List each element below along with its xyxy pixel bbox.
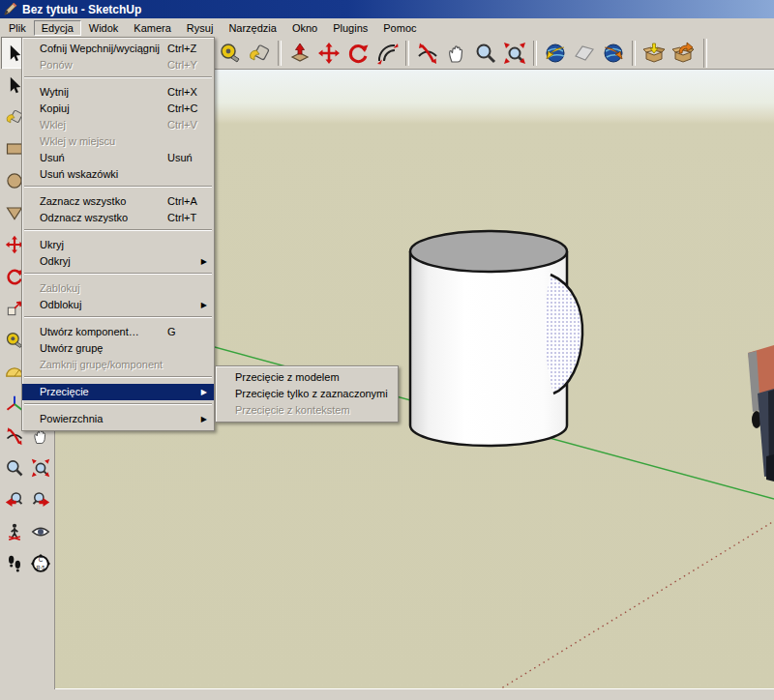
rotate-icon bbox=[346, 42, 370, 65]
menu-item-label: Ponów bbox=[40, 59, 73, 71]
mug-handle-selected-face[interactable] bbox=[545, 275, 582, 394]
push-pull-button[interactable] bbox=[285, 40, 314, 67]
previous-view-tool-button[interactable] bbox=[1, 483, 27, 515]
menu-item-label: Przecięcie tylko z zaznaczonymi bbox=[235, 388, 388, 399]
menu-item-kopiuj[interactable]: Kopiuj Ctrl+C bbox=[22, 101, 214, 117]
menu-item-shortcut: Ctrl+A bbox=[167, 193, 197, 210]
move-icon bbox=[317, 42, 341, 65]
previous-view-icon bbox=[5, 490, 24, 510]
zoom-tool-button[interactable] bbox=[1, 452, 27, 483]
zoom-extents-icon bbox=[503, 42, 526, 65]
submenu-arrow-icon: ▶ bbox=[201, 253, 207, 270]
submenu-item-przeciecie-z-kontekstem: Przecięcie z kontekstem bbox=[216, 402, 398, 419]
submenu-arrow-icon: ▶ bbox=[201, 297, 207, 313]
menu-item-powierzchnia[interactable]: Powierzchnia ▶ bbox=[22, 411, 214, 427]
menu-item-ponow: Ponów Ctrl+Y bbox=[22, 57, 214, 73]
get-models-button[interactable] bbox=[640, 40, 669, 67]
scale-figure-person[interactable] bbox=[748, 345, 774, 481]
get-models-box-icon bbox=[642, 42, 666, 65]
menu-okno[interactable]: Okno bbox=[284, 20, 325, 36]
menu-separator bbox=[22, 316, 214, 324]
edit-menu-dropdown: Cofnij Wepchnij/wyciągnij Ctrl+Z Ponów C… bbox=[21, 37, 215, 431]
menu-item-zablokuj: Zablokuj bbox=[22, 280, 214, 297]
red-axis-dotted-line bbox=[493, 521, 774, 693]
menu-item-label: Odznacz wszystko bbox=[40, 212, 128, 223]
menu-rysuj[interactable]: Rysuj bbox=[179, 20, 222, 36]
look-around-tool-button[interactable] bbox=[27, 515, 53, 547]
previous-view-button[interactable] bbox=[541, 40, 570, 67]
menu-item-zamknij-grupe: Zamknij grupę/komponent bbox=[22, 357, 214, 373]
share-model-box-icon bbox=[671, 42, 695, 65]
mug-body[interactable] bbox=[410, 251, 567, 446]
pan-hand-icon bbox=[445, 42, 468, 65]
menu-plik[interactable]: Plik bbox=[1, 20, 34, 36]
offset-button[interactable] bbox=[372, 40, 402, 67]
menu-item-zaznacz-wszystko[interactable]: Zaznacz wszystko Ctrl+A bbox=[22, 193, 214, 210]
menu-item-przeciecie-highlighted[interactable]: Przecięcie ▶ bbox=[22, 384, 214, 400]
menu-separator bbox=[22, 76, 214, 84]
orbit-button[interactable] bbox=[413, 40, 442, 67]
zoom-button[interactable] bbox=[471, 40, 500, 67]
pan-button[interactable] bbox=[442, 40, 471, 67]
app-pencil-icon bbox=[3, 2, 17, 16]
menu-narzedzia[interactable]: Narzędzia bbox=[221, 20, 284, 36]
next-view-tool-button[interactable] bbox=[27, 483, 53, 515]
menu-item-odkryj[interactable]: Odkryj ▶ bbox=[22, 253, 214, 270]
menu-item-cofnij[interactable]: Cofnij Wepchnij/wyciągnij Ctrl+Z bbox=[22, 41, 214, 57]
menu-item-shortcut: Ctrl+Z bbox=[167, 41, 196, 57]
standard-views-button[interactable] bbox=[570, 40, 599, 67]
menu-item-shortcut: Ctrl+V bbox=[167, 117, 197, 133]
title-bar: Bez tytułu - SketchUp bbox=[0, 0, 774, 18]
walk-tool-button[interactable] bbox=[1, 547, 27, 579]
menu-widok[interactable]: Widok bbox=[81, 20, 127, 36]
look-around-eye-icon bbox=[31, 522, 50, 541]
menu-item-label: Ukryj bbox=[40, 239, 64, 250]
intersect-submenu: Przecięcie z modelem Przecięcie tylko z … bbox=[215, 365, 399, 423]
menu-kamera[interactable]: Kamera bbox=[126, 20, 179, 36]
menu-item-wytnij[interactable]: Wytnij Ctrl+X bbox=[22, 84, 214, 101]
paint-bucket-button[interactable] bbox=[245, 40, 274, 67]
menu-item-label: Wklej w miejscu bbox=[40, 135, 115, 147]
window-body: C R-5 bbox=[0, 37, 774, 700]
toolbar-end-edge bbox=[703, 39, 707, 68]
menu-item-utworz-grupe[interactable]: Utwórz grupę bbox=[22, 340, 214, 357]
menu-item-label: Utwórz komponent… bbox=[40, 326, 139, 337]
next-view-button[interactable] bbox=[599, 40, 628, 67]
compass-badge-tool-button[interactable]: C R-5 bbox=[27, 547, 53, 579]
move-button[interactable] bbox=[314, 40, 343, 67]
position-camera-tool-button[interactable] bbox=[1, 515, 27, 547]
toolbar-separator bbox=[278, 41, 282, 66]
menu-item-usun-wskazowki[interactable]: Usuń wskazówki bbox=[22, 166, 214, 183]
rotate-button[interactable] bbox=[343, 40, 372, 67]
compass-badge-icon: C R-5 bbox=[30, 553, 51, 574]
zoom-extents-tool-button[interactable] bbox=[27, 452, 53, 483]
menu-plugins[interactable]: Plugins bbox=[325, 20, 375, 36]
share-model-button[interactable] bbox=[669, 40, 698, 67]
submenu-arrow-icon: ▶ bbox=[201, 411, 207, 427]
next-view-icon bbox=[31, 490, 50, 510]
standard-views-icon bbox=[573, 42, 596, 65]
tape-measure-button[interactable] bbox=[216, 40, 245, 67]
zoom-extents-button[interactable] bbox=[500, 40, 529, 67]
menu-pomoc[interactable]: Pomoc bbox=[375, 20, 424, 36]
menu-separator bbox=[22, 186, 214, 193]
menu-item-odblokuj[interactable]: Odblokuj ▶ bbox=[22, 297, 214, 313]
menu-separator bbox=[22, 273, 214, 280]
menu-item-label: Zaznacz wszystko bbox=[40, 195, 126, 207]
menu-item-utworz-komponent[interactable]: Utwórz komponent… G bbox=[22, 324, 214, 340]
submenu-item-przeciecie-z-modelem[interactable]: Przecięcie z modelem bbox=[216, 369, 398, 386]
menu-item-ukryj[interactable]: Ukryj bbox=[22, 237, 214, 253]
menu-item-usun[interactable]: Usuń Usuń bbox=[22, 150, 214, 166]
menu-bar: Plik Edycja Widok Kamera Rysuj Narzędzia… bbox=[0, 18, 774, 37]
menu-item-label: Powierzchnia bbox=[40, 413, 103, 424]
position-camera-icon bbox=[5, 522, 24, 541]
badge-top-label: C bbox=[38, 556, 43, 563]
menu-edycja[interactable]: Edycja bbox=[34, 20, 81, 36]
submenu-item-przeciecie-tylko-z-zaznaczonymi[interactable]: Przecięcie tylko z zaznaczonymi bbox=[216, 386, 398, 402]
menu-item-label: Utwórz grupę bbox=[40, 342, 103, 354]
menu-item-odznacz-wszystko[interactable]: Odznacz wszystko Ctrl+T bbox=[22, 210, 214, 226]
mug-top-face[interactable] bbox=[410, 231, 567, 272]
mug-model[interactable] bbox=[410, 231, 582, 446]
menu-item-label: Usuń bbox=[40, 152, 65, 163]
menu-item-shortcut: Ctrl+Y bbox=[167, 57, 197, 73]
